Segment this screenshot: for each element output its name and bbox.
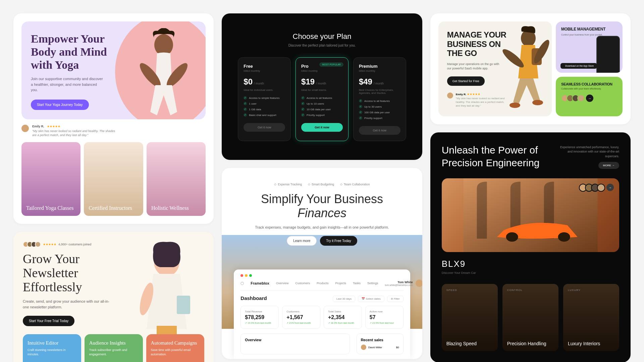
car-feature-control[interactable]: CONTROL Precision Handling: [502, 284, 558, 351]
check-icon: ✓: [301, 113, 305, 117]
date-picker[interactable]: 📅 Select dates: [358, 296, 384, 302]
pricing-card[interactable]: Choose your Plan Discover the perfect pl…: [222, 13, 422, 160]
yoga-tile-instructors[interactable]: Certified Instructors: [84, 142, 143, 216]
reviewer-name: Emily R.: [32, 125, 44, 128]
nav-item[interactable]: Tasks: [353, 282, 361, 285]
business-cta-button[interactable]: Get Started for Free: [447, 76, 485, 86]
finance-subtitle: Track expenses, manage budgets, and gain…: [235, 225, 409, 229]
newsletter-card[interactable]: ★★★★★ 4,000+ customers joined Grow Your …: [13, 232, 214, 362]
try-free-button[interactable]: Try it Free Today: [320, 236, 357, 246]
pricing-title: Choose your Plan: [238, 32, 406, 41]
user-email: tom.white@frameblox.com: [385, 284, 413, 286]
plan-button[interactable]: Get it now: [359, 126, 400, 135]
finance-title: Simplify Your BusinessFinances: [235, 192, 409, 221]
arrow-right-icon[interactable]: →: [606, 184, 614, 191]
mobile-desc: Control your business from your pocket.: [561, 34, 617, 36]
yoga-tile-label: Holistic Wellness: [151, 205, 189, 211]
stat-label: Total Sales: [328, 310, 358, 313]
dashboard-preview: ◯Frameblox Overview Customers Products P…: [234, 269, 410, 359]
svg-point-15: [558, 232, 570, 242]
finance-tag: ◇ Smart Budgeting: [308, 183, 334, 186]
plan-name: Premium: [359, 64, 400, 69]
yoga-card[interactable]: Empower Your Body and Mind with Yoga Joi…: [13, 13, 214, 224]
plan-feature: 100 GB data per user: [364, 111, 390, 114]
car-feature-luxury[interactable]: LUXURY Luxury Interiors: [563, 284, 619, 351]
stat-delta: ↗ 19.3% from last month: [245, 322, 274, 324]
feature-insights[interactable]: Audience Insights Track subscriber growt…: [85, 334, 143, 362]
date-range-filter[interactable]: Last 30 days: [333, 296, 355, 302]
business-subtitle: Manage your operations on the go with ou…: [447, 62, 501, 71]
nav-item[interactable]: Projects: [335, 282, 346, 285]
more-button[interactable]: MORE →: [598, 162, 619, 169]
collab-desc: Collaborate with your team effortlessly.: [561, 87, 617, 90]
filter-button[interactable]: ⊜ Filter: [387, 296, 404, 302]
svg-point-0: [154, 34, 173, 56]
finance-card[interactable]: ◇ Expense Tracking ◇ Smart Budgeting ◇ T…: [222, 168, 422, 359]
feature-desc: Track subscriber growth and engagement.: [89, 348, 138, 356]
logo-icon: ◯: [240, 282, 244, 285]
plan-per: / month: [254, 82, 264, 85]
cars-subtitle: Experience unmatched performance, luxury…: [559, 145, 619, 159]
yoga-person-image: [133, 28, 194, 119]
sale-avatar: [361, 345, 366, 350]
check-icon: ✓: [244, 102, 247, 105]
plan-price: $19: [301, 77, 315, 86]
car-hero-image: →: [442, 178, 619, 252]
pricing-subtitle: Discover the perfect plan tailored just …: [238, 44, 406, 47]
team-avatars: →: [561, 95, 617, 102]
mobile-management-tile[interactable]: MOBILE MANAGEMENT Control your business …: [556, 21, 623, 73]
user-avatar[interactable]: [416, 280, 422, 287]
yoga-hero: Empower Your Body and Mind with Yoga Joi…: [21, 21, 206, 119]
plan-button[interactable]: Get it now: [244, 123, 285, 132]
check-icon: ✓: [359, 111, 362, 114]
plan-feature: Priority support: [364, 117, 382, 120]
appstore-badge[interactable]: Download on the App Store: [560, 63, 597, 69]
arrow-right-icon[interactable]: →: [586, 95, 593, 102]
car-model: BLX9: [442, 259, 619, 269]
plan-button[interactable]: Get it now: [301, 123, 343, 132]
plan-pro[interactable]: MOST POPULAR Pro billed monthly $19/ mon…: [296, 57, 348, 141]
feature-editor[interactable]: Intuitive Editor Craft stunning newslett…: [23, 334, 81, 362]
plan-free[interactable]: Free billed monthly $0/ month Ideal for …: [238, 57, 291, 141]
feature-title: Audience Insights: [89, 340, 138, 346]
cars-card[interactable]: Unleash the Power of Precision Engineeri…: [430, 132, 631, 362]
yoga-tile-classes[interactable]: Tailored Yoga Classes: [21, 142, 80, 216]
finance-tag: ◇ Team Collaboration: [340, 183, 370, 186]
nav-item[interactable]: Settings: [367, 282, 378, 285]
check-icon: ✓: [244, 96, 247, 100]
stat-revenue: Total Revenue $78,259 ↗ 19.3% from last …: [240, 306, 279, 329]
collaboration-tile[interactable]: SEAMLESS COLLABORATION Collaborate with …: [556, 77, 623, 116]
stat-active: Active now 57 ↗ 23.5% from last hour: [365, 306, 404, 329]
yoga-tile-label: Certified Instructors: [89, 205, 132, 211]
feature-campaigns[interactable]: Automated Campaigns Save time with power…: [146, 334, 205, 362]
finance-tag: ◇ Expense Tracking: [274, 183, 302, 186]
learn-more-button[interactable]: Learn more: [287, 236, 317, 246]
plan-feature: Access to simple features: [249, 97, 279, 100]
yoga-tile-wellness[interactable]: Holistic Wellness: [147, 142, 206, 216]
feature-desc: Craft stunning newsletters in minutes.: [28, 348, 76, 356]
svg-point-11: [509, 103, 520, 108]
check-icon: ✓: [359, 105, 362, 108]
overview-title: Overview: [245, 338, 345, 342]
stat-label: Active now: [370, 310, 399, 313]
plan-feature: Basic chat and support: [249, 114, 276, 117]
sale-amount: $0: [396, 346, 399, 349]
phone-mockup: [596, 36, 620, 73]
svg-point-12: [532, 100, 543, 105]
yoga-cta-button[interactable]: Start Your Yoga Journey Today: [31, 100, 89, 110]
newsletter-cta-button[interactable]: Start Your Free Trial Today: [23, 316, 74, 326]
business-card[interactable]: MANAGE YOUR BUSINESS ON THE GO Manage yo…: [430, 13, 631, 124]
plan-feature: Up to 10 users: [307, 102, 324, 105]
rating-stars: ★★★★★: [43, 243, 56, 246]
plan-premium[interactable]: Premium billed monthly $49/ month Best C…: [353, 57, 406, 141]
nav-item[interactable]: Customers: [295, 282, 310, 285]
plan-desc: Ideal for individual users.: [244, 88, 285, 92]
nav-item[interactable]: Products: [317, 282, 329, 285]
feature-title: Luxury Interiors: [568, 341, 600, 346]
plan-per: / month: [374, 82, 384, 85]
nav-item[interactable]: Overview: [276, 282, 289, 285]
car-feature-speed[interactable]: SPEED Blazing Speed: [442, 284, 498, 351]
stat-value: 57: [370, 314, 399, 320]
stat-delta: ↗ 21% from last month: [286, 322, 316, 324]
check-icon: ✓: [359, 116, 362, 120]
